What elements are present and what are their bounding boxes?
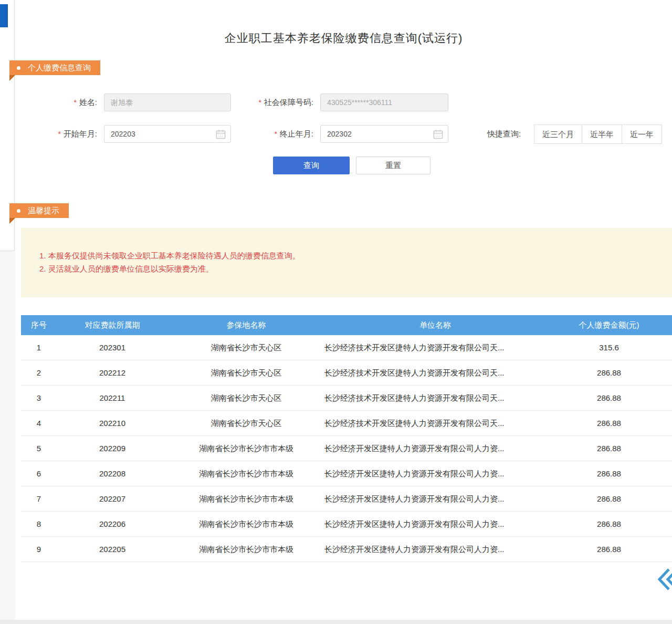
section-tag-personal-query: 个人缴费信息查询	[9, 60, 100, 75]
table-cell: 长沙经济开发区捷特人力资源开发有限公司人力资...	[324, 512, 546, 536]
bullet-icon	[17, 209, 20, 213]
table-cell: 286.88	[546, 486, 672, 511]
table-cell: 湖南省长沙市天心区	[168, 411, 324, 435]
name-input[interactable]: 谢旭泰	[104, 93, 231, 111]
table-cell: 202206	[57, 512, 168, 536]
table-cell: 2	[21, 360, 57, 385]
table-row: 8202206湖南省长沙市长沙市市本级长沙经济开发区捷特人力资源开发有限公司人力…	[21, 512, 672, 537]
end-month-input[interactable]: 202302	[320, 125, 448, 143]
table-row: 1202301湖南省长沙市天心区长沙经济技术开发区捷特人力资源开发有限公司天..…	[21, 335, 672, 360]
table-cell: 长沙经济开发区捷特人力资源开发有限公司人力资...	[324, 486, 546, 511]
table-cell: 长沙经济技术开发区捷特人力资源开发有限公司天...	[324, 360, 546, 385]
table-cell: 286.88	[546, 386, 672, 410]
table-cell: 长沙经济技术开发区捷特人力资源开发有限公司天...	[324, 411, 546, 435]
table-cell: 湖南省长沙市长沙市市本级	[168, 537, 324, 561]
tips-notice-box: 1. 本服务仅提供尚未领取企业职工基本养老保险待遇人员的缴费信息查询。 2. 灵…	[21, 228, 672, 297]
table-cell: 湖南省长沙市长沙市市本级	[168, 486, 324, 511]
table-header-row: 序号 对应费款所属期 参保地名称 单位名称 个人缴费金额(元)	[21, 315, 672, 335]
end-month-label: *终止年月:	[239, 125, 313, 143]
top-left-blue-block	[0, 4, 8, 27]
table-row: 3202211湖南省长沙市天心区长沙经济技术开发区捷特人力资源开发有限公司天..…	[21, 386, 672, 411]
table-cell: 286.88	[546, 411, 672, 435]
bottom-divider-bar	[0, 620, 672, 624]
pension-query-page: 企业职工基本养老保险缴费信息查询(试运行) 个人缴费信息查询 *姓名: 谢旭泰 …	[0, 0, 672, 624]
bullet-icon	[17, 66, 20, 70]
table-cell: 长沙经济技术开发区捷特人力资源开发有限公司天...	[324, 335, 546, 360]
col-header-index: 序号	[21, 315, 57, 335]
calendar-icon[interactable]	[216, 129, 226, 139]
table-cell: 湖南省长沙市天心区	[168, 386, 324, 410]
quick-btn-last-year[interactable]: 近一年	[622, 124, 662, 144]
ssn-label: *社会保障号码:	[239, 93, 313, 111]
table-cell: 长沙经济开发区捷特人力资源开发有限公司人力资...	[324, 436, 546, 461]
start-month-input[interactable]: 202203	[104, 125, 231, 143]
table-row: 2202212湖南省长沙市天心区长沙经济技术开发区捷特人力资源开发有限公司天..…	[21, 360, 672, 386]
table-cell: 202212	[57, 360, 168, 385]
tip-line-1: 1. 本服务仅提供尚未领取企业职工基本养老保险待遇人员的缴费信息查询。	[39, 249, 656, 262]
table-cell: 315.6	[546, 335, 672, 360]
section-tag-label: 温馨提示	[28, 206, 59, 216]
table-row: 5202209湖南省长沙市长沙市市本级长沙经济开发区捷特人力资源开发有限公司人力…	[21, 436, 672, 461]
table-cell: 4	[21, 411, 57, 435]
table-cell: 5	[21, 436, 57, 461]
ribbon-fold-decoration	[9, 218, 15, 224]
ribbon-fold-decoration	[9, 75, 15, 81]
table-cell: 6	[21, 461, 57, 486]
table-row: 9202205湖南省长沙市长沙市市本级长沙经济开发区捷特人力资源开发有限公司人力…	[21, 537, 672, 562]
table-body: 1202301湖南省长沙市天心区长沙经济技术开发区捷特人力资源开发有限公司天..…	[21, 335, 672, 562]
table-cell: 湖南省长沙市长沙市市本级	[168, 512, 324, 536]
col-header-location: 参保地名称	[168, 315, 324, 335]
table-cell: 286.88	[546, 436, 672, 461]
table-row: 6202208湖南省长沙市长沙市市本级长沙经济开发区捷特人力资源开发有限公司人力…	[21, 461, 672, 486]
table-cell: 9	[21, 537, 57, 561]
table-cell: 7	[21, 486, 57, 511]
required-asterisk: *	[58, 130, 60, 138]
table-cell: 湖南省长沙市天心区	[168, 360, 324, 385]
table-cell: 湖南省长沙市长沙市市本级	[168, 461, 324, 486]
page-title: 企业职工基本养老保险缴费信息查询(试运行)	[15, 30, 672, 46]
col-header-amount: 个人缴费金额(元)	[546, 315, 672, 335]
reset-button[interactable]: 重置	[356, 157, 430, 174]
calendar-icon[interactable]	[433, 129, 443, 139]
table-cell: 湖南省长沙市长沙市市本级	[168, 436, 324, 461]
quick-btn-last-3-months[interactable]: 近三个月	[534, 124, 582, 144]
table-cell: 湖南省长沙市天心区	[168, 335, 324, 360]
required-asterisk: *	[74, 98, 76, 107]
table-cell: 202210	[57, 411, 168, 435]
results-table: 序号 对应费款所属期 参保地名称 单位名称 个人缴费金额(元) 1202301湖…	[21, 315, 672, 562]
table-cell: 长沙经济开发区捷特人力资源开发有限公司人力资...	[324, 537, 546, 561]
table-cell: 286.88	[546, 537, 672, 561]
table-row: 7202207湖南省长沙市长沙市市本级长沙经济开发区捷特人力资源开发有限公司人力…	[21, 486, 672, 512]
required-asterisk: *	[274, 130, 277, 138]
table-cell: 202211	[57, 386, 168, 410]
table-cell: 202301	[57, 335, 168, 360]
name-label: *姓名:	[50, 93, 97, 111]
collapse-panel-icon[interactable]	[657, 567, 672, 591]
col-header-period: 对应费款所属期	[57, 315, 168, 335]
table-cell: 202205	[57, 537, 168, 561]
table-row: 4202210湖南省长沙市天心区长沙经济技术开发区捷特人力资源开发有限公司天..…	[21, 411, 672, 436]
table-cell: 3	[21, 386, 57, 410]
table-cell: 286.88	[546, 360, 672, 385]
table-cell: 202208	[57, 461, 168, 486]
section-tag-label: 个人缴费信息查询	[28, 63, 91, 73]
table-cell: 1	[21, 335, 57, 360]
ssn-input[interactable]: 430525******306111	[320, 93, 448, 111]
section-tag-tips: 温馨提示	[9, 203, 69, 218]
query-button[interactable]: 查询	[273, 157, 350, 174]
required-asterisk: *	[258, 98, 261, 107]
quick-btn-last-half-year[interactable]: 近半年	[582, 124, 622, 144]
table-cell: 286.88	[546, 461, 672, 486]
table-cell: 202207	[57, 486, 168, 511]
table-cell: 286.88	[546, 512, 672, 536]
tip-line-2: 2. 灵活就业人员的缴费单位信息以实际缴费为准。	[39, 262, 656, 275]
table-cell: 长沙经济技术开发区捷特人力资源开发有限公司天...	[324, 386, 546, 410]
quick-query-label: 快捷查询:	[487, 125, 530, 143]
table-cell: 8	[21, 512, 57, 536]
col-header-company: 单位名称	[324, 315, 546, 335]
table-cell: 202209	[57, 436, 168, 461]
table-cell: 长沙经济开发区捷特人力资源开发有限公司人力资...	[324, 461, 546, 486]
quick-query-group: 近三个月 近半年 近一年	[534, 124, 662, 144]
start-month-label: *开始年月:	[45, 125, 97, 143]
